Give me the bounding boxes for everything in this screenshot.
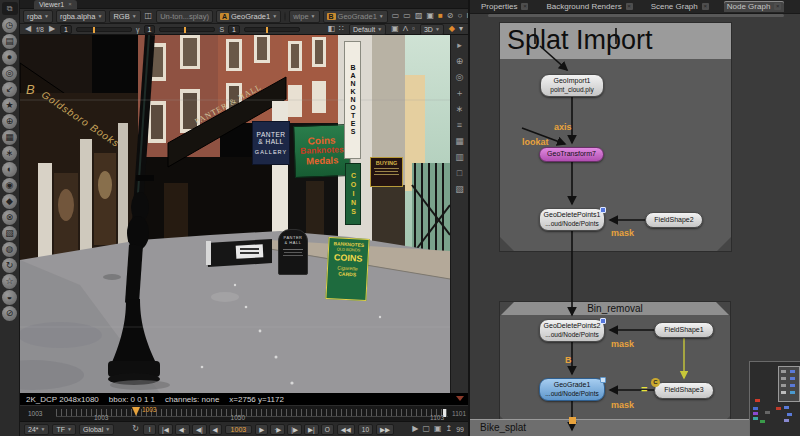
render-icon[interactable]: ↻ — [2, 258, 17, 273]
layout-frame-icon[interactable]: □ — [453, 167, 466, 179]
frame-increment-button[interactable]: ▶▶ — [376, 424, 394, 435]
gain-value[interactable]: 1 — [60, 25, 72, 34]
fullscreen-icon[interactable]: ▢ — [421, 424, 431, 434]
transport-button[interactable]: ·▶ — [270, 424, 285, 435]
merge-icon[interactable]: ⊕ — [2, 114, 17, 129]
gamma-flag-icon[interactable]: ◆ — [448, 24, 456, 34]
metadata-icon[interactable]: ◆ — [2, 194, 17, 209]
current-frame-field[interactable]: 1003 — [225, 425, 253, 434]
toolsets-icon[interactable]: ▧ — [2, 226, 17, 241]
tab-properties[interactable]: Properties× — [478, 1, 531, 12]
close-icon[interactable]: × — [702, 3, 709, 10]
stack-icon[interactable]: ▣ — [425, 11, 435, 21]
lock-range-icon[interactable]: ▣ — [433, 424, 443, 434]
timeline-mode-select[interactable]: TF▼ — [52, 424, 76, 435]
pixel-analyzer-icon[interactable]: ∷ — [338, 24, 345, 34]
layout-columns-icon[interactable]: ▥ — [453, 151, 466, 163]
layer-select[interactable]: rgba▼ — [23, 10, 53, 23]
viewer-tab[interactable]: Viewer1 × — [34, 0, 77, 9]
node-graph-minimap[interactable] — [749, 361, 800, 436]
frame-decrement-button[interactable]: ◀◀ — [337, 424, 355, 435]
node-graph-canvas[interactable]: Splat Import Bin_removal Bike_splat — [470, 14, 800, 436]
orbit-icon[interactable]: ◎ — [453, 71, 466, 83]
fps-select[interactable]: 24*▼ — [24, 424, 49, 435]
display-channels-select[interactable]: RGB▼ — [109, 10, 140, 23]
transport-button[interactable]: ▶| — [304, 424, 319, 435]
wipe-mode-select[interactable]: wipe▼ — [289, 10, 319, 23]
close-icon[interactable]: × — [626, 3, 633, 10]
particles-icon[interactable]: ∗ — [2, 146, 17, 161]
transport-button[interactable]: ◀ — [209, 424, 222, 435]
layout-quad-icon[interactable]: ▧ — [453, 183, 466, 195]
timeline-ruler[interactable]: 1003 — [56, 409, 448, 417]
fstop-prev-icon[interactable]: ◀ — [24, 24, 32, 34]
saturation-value[interactable]: 1 — [228, 25, 240, 34]
node-geograde1[interactable]: GeoGrade1 ...oud/Node/Points — [539, 378, 605, 401]
transport-button[interactable]: O — [321, 424, 334, 435]
time-icon[interactable]: ◷ — [2, 18, 17, 33]
gamma-slider[interactable] — [159, 27, 215, 32]
transform-icon[interactable]: ↙ — [2, 82, 17, 97]
node-geodeletepoints1[interactable]: GeoDeletePoints1 ...oud/Node/Points — [539, 208, 605, 231]
input-a-select[interactable]: AGeoGrade1▼ — [216, 10, 281, 23]
wireframe-icon[interactable]: Λ — [402, 24, 409, 34]
channel-icon[interactable]: ● — [2, 50, 17, 65]
composite-mode-select[interactable]: Default▼ — [349, 24, 386, 35]
node-geodeletepoints2[interactable]: GeoDeletePoints2 ...oud/Node/Points — [539, 319, 605, 342]
tab-background-renders[interactable]: Background Renders× — [543, 1, 635, 12]
gamma-slider-handle[interactable] — [184, 27, 186, 33]
workspace-icon[interactable]: ⧉ — [2, 2, 18, 15]
marquee-icon[interactable]: ∗ — [453, 103, 466, 115]
gain-slider[interactable] — [76, 27, 132, 32]
gamma-value[interactable]: 1 — [144, 25, 156, 34]
saturation-slider[interactable] — [244, 27, 300, 32]
transport-button[interactable]: ◀· — [175, 424, 190, 435]
tab-node-graph[interactable]: Node Graph× — [724, 1, 785, 12]
favorites-icon[interactable]: ☆ — [2, 274, 17, 289]
transport-button[interactable]: ▶ — [255, 424, 268, 435]
flipbook-icon[interactable]: ▶ — [411, 424, 419, 434]
roi-icon[interactable]: ○ — [457, 11, 464, 21]
draw-icon[interactable]: ▤ — [2, 34, 17, 49]
frame-all-icon[interactable]: ▫ — [411, 24, 416, 34]
gain-slider-handle[interactable] — [93, 27, 95, 33]
exposure-swatch-icon[interactable]: ■ — [437, 11, 444, 21]
transport-button[interactable]: |◀ — [158, 424, 173, 435]
threed-icon[interactable]: ▦ — [2, 130, 17, 145]
other-icon[interactable]: ◍ — [2, 242, 17, 257]
transport-button[interactable]: |▶ — [287, 424, 302, 435]
wipe-center-button[interactable] — [284, 12, 286, 21]
disable-icon[interactable]: ⊘ — [2, 306, 17, 321]
monitor-a-icon[interactable]: ▭ — [391, 11, 401, 21]
checker-icon[interactable]: ▨ — [414, 11, 424, 21]
deep-icon[interactable]: ◐ — [2, 162, 17, 177]
display-transform-select[interactable]: Un-ton...splay) — [156, 10, 213, 23]
viewer-timeline[interactable]: 1003 1003 1003 1050 1103 1101 — [20, 405, 468, 421]
lock-icon[interactable]: ▣ — [390, 24, 400, 34]
collapse-icon[interactable]: ▾ — [458, 24, 464, 34]
saturation-slider-handle[interactable] — [266, 27, 268, 33]
loop-mode-icon[interactable]: ↻ — [131, 424, 140, 434]
close-icon[interactable]: × — [774, 3, 781, 10]
pan-icon[interactable]: ＋ — [453, 87, 466, 99]
visibility-icon[interactable]: ◒ — [2, 290, 17, 305]
playhead-marker[interactable] — [132, 407, 140, 416]
fstop-next-icon[interactable]: ▶ — [48, 24, 56, 34]
view-mode-select[interactable]: 3D▼ — [420, 24, 444, 35]
viewer-viewport[interactable]: B Goldsboro Books PANTER & HALL PANTER &… — [20, 35, 468, 393]
frame-increment-field[interactable]: 10 — [358, 424, 373, 435]
alpha-layer-select[interactable]: rgba.alpha▼ — [56, 10, 106, 23]
layout-rows-icon[interactable]: ≡ — [453, 119, 466, 131]
close-icon[interactable]: × — [521, 3, 528, 10]
transform-gizmo-icon[interactable]: ⊕ — [453, 55, 466, 67]
viewer-image[interactable]: B Goldsboro Books PANTER & HALL PANTER &… — [20, 35, 450, 393]
keyer-icon[interactable]: ⊗ — [2, 210, 17, 225]
info-collapse-icon[interactable] — [456, 396, 464, 401]
node-fieldshape1[interactable]: FieldShape1 — [654, 322, 714, 338]
node-fieldshape2[interactable]: FieldShape2 — [645, 212, 703, 228]
layer-blend-icon[interactable]: ◧ — [326, 24, 336, 34]
export-icon[interactable]: ↥ — [445, 424, 454, 434]
transport-button[interactable]: ◀| — [192, 424, 207, 435]
views-icon[interactable]: ◉ — [2, 178, 17, 193]
monitor-b-icon[interactable]: ▭ — [402, 11, 412, 21]
